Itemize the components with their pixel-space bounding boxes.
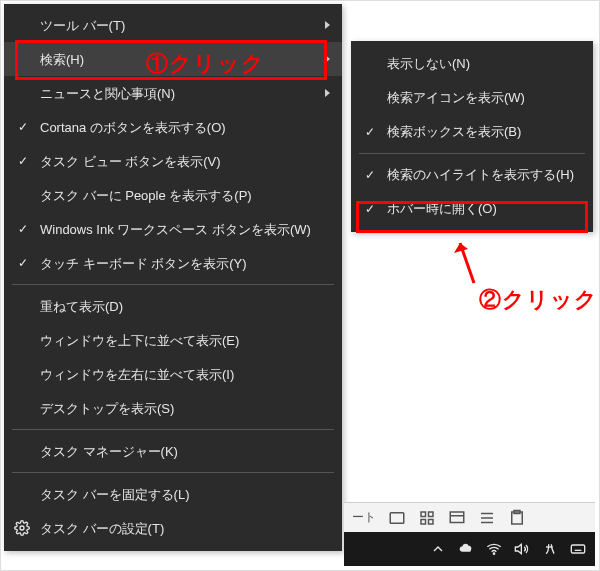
gear-icon [14, 520, 30, 536]
svg-rect-2 [421, 512, 426, 517]
reading-view-icon[interactable] [508, 509, 526, 527]
menu-item-label: 検索のハイライトを表示する(H) [387, 166, 574, 184]
svg-rect-6 [450, 512, 464, 523]
menu-item-label: タスク マネージャー(K) [40, 445, 178, 458]
menu-item-label: デスクトップを表示(S) [40, 402, 174, 415]
menu-separator [359, 153, 585, 154]
menu-item-label: 表示しない(N) [387, 55, 470, 73]
touch-keyboard-icon[interactable] [569, 540, 587, 558]
svg-line-21 [460, 243, 474, 283]
menu-item-cortana[interactable]: ✓ Cortana のボタンを表示する(O) [4, 110, 342, 144]
menu-separator [12, 284, 334, 285]
menu-item-label: Windows Ink ワークスペース ボタンを表示(W) [40, 223, 311, 236]
onedrive-icon[interactable] [457, 540, 475, 558]
menu-item-label: 検索アイコンを表示(W) [387, 89, 525, 107]
menu-item-people[interactable]: タスク バーに People を表示する(P) [4, 178, 342, 212]
menu-item-label: 重ねて表示(D) [40, 300, 123, 313]
submenu-item-hidden[interactable]: 表示しない(N) [351, 47, 593, 81]
menu-item-stack-vertical[interactable]: ウィンドウを上下に並べて表示(E) [4, 323, 342, 357]
submenu-item-show-box[interactable]: ✓ 検索ボックスを表示(B) [351, 115, 593, 149]
menu-item-label: Cortana のボタンを表示する(O) [40, 121, 226, 134]
check-icon: ✓ [363, 125, 377, 139]
menu-item-label: タスク バーの設定(T) [40, 522, 164, 535]
menu-separator [12, 472, 334, 473]
submenu-item-highlights[interactable]: ✓ 検索のハイライトを表示する(H) [351, 158, 593, 192]
menu-item-label: ツール バー(T) [40, 19, 125, 32]
volume-icon[interactable] [513, 540, 531, 558]
menu-item-news[interactable]: ニュースと関心事項(N) [4, 76, 342, 110]
svg-rect-15 [571, 545, 584, 553]
taskbar-context-menu: ツール バー(T) 検索(H) ニュースと関心事項(N) ✓ Cortana の… [4, 4, 342, 551]
menu-item-cascade[interactable]: 重ねて表示(D) [4, 289, 342, 323]
menu-item-label: タッチ キーボード ボタンを表示(Y) [40, 257, 247, 270]
menu-item-toolbars[interactable]: ツール バー(T) [4, 8, 342, 42]
focus-mode-icon[interactable] [388, 509, 406, 527]
search-submenu: 表示しない(N) 検索アイコンを表示(W) ✓ 検索ボックスを表示(B) ✓ 検… [351, 41, 593, 232]
status-label: ート [352, 509, 376, 526]
ime-icon[interactable] [541, 540, 559, 558]
svg-point-13 [493, 553, 494, 554]
menu-item-label: ウィンドウを左右に並べて表示(I) [40, 368, 234, 381]
svg-rect-1 [390, 512, 404, 523]
print-layout-icon[interactable] [418, 509, 436, 527]
check-icon: ✓ [16, 154, 30, 168]
web-layout-icon[interactable] [448, 509, 466, 527]
menu-item-show-desktop[interactable]: デスクトップを表示(S) [4, 391, 342, 425]
menu-item-label: タスク ビュー ボタンを表示(V) [40, 155, 221, 168]
chevron-up-icon[interactable] [429, 540, 447, 558]
menu-item-label: 検索(H) [40, 53, 84, 66]
svg-point-0 [20, 526, 24, 530]
svg-rect-3 [429, 512, 434, 517]
menu-item-taskview[interactable]: ✓ タスク ビュー ボタンを表示(V) [4, 144, 342, 178]
check-icon: ✓ [363, 168, 377, 182]
svg-rect-5 [429, 519, 434, 524]
svg-rect-4 [421, 519, 426, 524]
svg-marker-14 [515, 544, 521, 553]
annotation-arrow-icon [452, 233, 482, 289]
menu-item-lock-taskbar[interactable]: タスク バーを固定する(L) [4, 477, 342, 511]
check-icon: ✓ [16, 256, 30, 270]
menu-item-task-manager[interactable]: タスク マネージャー(K) [4, 434, 342, 468]
document-status-bar: ート [344, 502, 595, 532]
check-icon: ✓ [363, 202, 377, 216]
submenu-item-show-icon[interactable]: 検索アイコンを表示(W) [351, 81, 593, 115]
annotation-label-2: ②クリック [479, 285, 598, 315]
check-icon: ✓ [16, 120, 30, 134]
menu-item-touch-keyboard[interactable]: ✓ タッチ キーボード ボタンを表示(Y) [4, 246, 342, 280]
outline-view-icon[interactable] [478, 509, 496, 527]
menu-item-ink[interactable]: ✓ Windows Ink ワークスペース ボタンを表示(W) [4, 212, 342, 246]
menu-item-search[interactable]: 検索(H) [4, 42, 342, 76]
menu-item-label: 検索ボックスを表示(B) [387, 123, 521, 141]
check-icon: ✓ [16, 222, 30, 236]
system-tray [344, 532, 595, 566]
menu-item-label: タスク バーを固定する(L) [40, 488, 190, 501]
svg-marker-22 [454, 243, 468, 253]
menu-item-stack-horizontal[interactable]: ウィンドウを左右に並べて表示(I) [4, 357, 342, 391]
menu-item-label: ニュースと関心事項(N) [40, 87, 175, 100]
submenu-item-open-on-hover[interactable]: ✓ ホバー時に開く(O) [351, 192, 593, 226]
menu-item-taskbar-settings[interactable]: タスク バーの設定(T) [4, 511, 342, 545]
menu-separator [12, 429, 334, 430]
menu-item-label: ホバー時に開く(O) [387, 200, 497, 218]
wifi-icon[interactable] [485, 540, 503, 558]
menu-item-label: ウィンドウを上下に並べて表示(E) [40, 334, 239, 347]
menu-item-label: タスク バーに People を表示する(P) [40, 189, 252, 202]
